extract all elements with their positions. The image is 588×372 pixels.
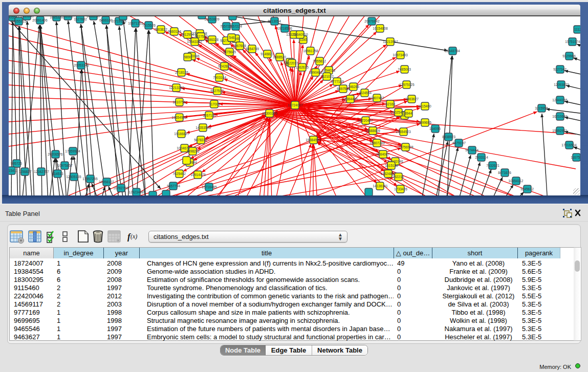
svg-text:114513: 114513 <box>52 172 63 176</box>
svg-text:15751074: 15751074 <box>565 40 580 43</box>
svg-text:20876842: 20876842 <box>364 19 380 23</box>
svg-text:1156827: 1156827 <box>18 170 32 173</box>
svg-text:8944: 8944 <box>405 112 412 115</box>
svg-text:12923448: 12923448 <box>128 190 144 194</box>
svg-text:546: 546 <box>229 36 234 39</box>
svg-text:19384554: 19384554 <box>306 138 321 142</box>
svg-text:1621022: 1621022 <box>320 75 334 78</box>
svg-text:12505135: 12505135 <box>66 175 81 179</box>
svg-text:17016504: 17016504 <box>561 143 577 147</box>
svg-text:10807487: 10807487 <box>369 96 384 100</box>
svg-text:21364436: 21364436 <box>342 97 358 101</box>
svg-text:8454749: 8454749 <box>246 47 259 51</box>
svg-text:3215955: 3215955 <box>535 106 548 110</box>
svg-text:3915411: 3915411 <box>9 169 18 172</box>
svg-text:19756928: 19756928 <box>398 145 413 149</box>
svg-text:7485003: 7485003 <box>398 68 411 71</box>
svg-text:1810755: 1810755 <box>172 100 186 104</box>
svg-text:14353593: 14353593 <box>195 126 211 129</box>
svg-text:2069140: 2069140 <box>20 16 34 18</box>
svg-text:3024554: 3024554 <box>358 91 372 95</box>
svg-text:7955812: 7955812 <box>313 59 326 63</box>
svg-text:19218506: 19218506 <box>277 27 292 30</box>
svg-text:10025433: 10025433 <box>390 111 406 114</box>
svg-text:10973493: 10973493 <box>393 53 408 57</box>
svg-text:16648784: 16648784 <box>445 49 460 53</box>
svg-text:252214: 252214 <box>393 175 404 179</box>
svg-text:317006: 317006 <box>209 102 220 106</box>
svg-text:7625402: 7625402 <box>172 172 186 176</box>
svg-text:9657794: 9657794 <box>167 184 180 188</box>
svg-text:16782759: 16782759 <box>113 186 128 190</box>
svg-text:7663822: 7663822 <box>154 28 167 31</box>
svg-text:16154808: 16154808 <box>373 27 388 30</box>
svg-text:10958107: 10958107 <box>99 180 114 184</box>
svg-text:10853217: 10853217 <box>60 16 75 18</box>
svg-text:116753: 116753 <box>571 156 580 159</box>
svg-text:7632621: 7632621 <box>486 164 499 167</box>
svg-text:9777169: 9777169 <box>331 80 344 83</box>
svg-text:17957255: 17957255 <box>82 177 98 181</box>
svg-text:2967608: 2967608 <box>233 44 246 48</box>
svg-text:12093872: 12093872 <box>554 83 569 86</box>
svg-text:9245612: 9245612 <box>520 187 534 191</box>
svg-text:7903144: 7903144 <box>213 76 226 79</box>
svg-text:18300295: 18300295 <box>262 112 277 115</box>
svg-text:6794028: 6794028 <box>322 69 335 72</box>
svg-text:9146821: 9146821 <box>260 52 274 56</box>
svg-text:9242845: 9242845 <box>218 64 231 68</box>
svg-text:14136141: 14136141 <box>373 184 388 188</box>
svg-text:2933114: 2933114 <box>475 156 488 159</box>
svg-text:9660124: 9660124 <box>168 30 181 33</box>
svg-text:6466160: 6466160 <box>99 18 113 22</box>
svg-text:10654112: 10654112 <box>509 179 524 183</box>
svg-text:18640910: 18640910 <box>293 33 308 36</box>
svg-text:20691406: 20691406 <box>32 18 48 22</box>
svg-text:15716485: 15716485 <box>202 185 217 189</box>
svg-text:3267130: 3267130 <box>203 114 216 117</box>
svg-text:5878312: 5878312 <box>194 138 207 142</box>
svg-text:1527602: 1527602 <box>74 17 87 21</box>
svg-text:10671355: 10671355 <box>128 21 143 25</box>
svg-text:19654923: 19654923 <box>396 130 411 134</box>
svg-text:16053809: 16053809 <box>204 17 220 21</box>
svg-text:8186328: 8186328 <box>205 38 219 41</box>
svg-text:16210643: 16210643 <box>552 115 568 118</box>
svg-text:9227342: 9227342 <box>553 68 567 71</box>
svg-text:(x): (x) <box>130 233 137 240</box>
svg-text:10543362: 10543362 <box>187 40 202 43</box>
svg-text:19166827: 19166827 <box>174 132 189 136</box>
svg-text:15692971: 15692971 <box>552 129 568 133</box>
svg-text:746266: 746266 <box>348 85 359 89</box>
svg-text:1615132: 1615132 <box>385 164 398 167</box>
svg-text:9084067: 9084067 <box>376 152 389 156</box>
svg-text:9329966: 9329966 <box>562 54 576 58</box>
svg-text:8990448: 8990448 <box>309 71 322 74</box>
svg-text:20206576: 20206576 <box>48 152 63 156</box>
svg-text:1362615: 1362615 <box>295 65 309 69</box>
svg-text:164095: 164095 <box>429 127 441 130</box>
svg-text:8813054: 8813054 <box>268 19 281 23</box>
svg-text:995725: 995725 <box>11 162 22 165</box>
svg-text:12342757: 12342757 <box>34 170 49 173</box>
svg-text:17359924: 17359924 <box>65 149 80 153</box>
svg-text:15720407: 15720407 <box>358 119 373 122</box>
svg-text:20053346: 20053346 <box>74 63 89 67</box>
svg-text:10914479: 10914479 <box>190 173 206 177</box>
svg-text:12213363: 12213363 <box>169 86 184 90</box>
svg-text:9427512: 9427512 <box>210 89 224 93</box>
svg-text:62160: 62160 <box>386 102 396 106</box>
svg-text:12444155: 12444155 <box>552 98 568 102</box>
svg-text:2718126: 2718126 <box>175 71 188 74</box>
svg-text:10975857: 10975857 <box>57 164 73 167</box>
svg-text:16961758: 16961758 <box>303 49 318 53</box>
svg-text:1112: 1112 <box>574 28 580 31</box>
svg-text:12213967: 12213967 <box>383 40 398 43</box>
svg-text:18724007: 18724007 <box>288 103 303 107</box>
svg-text:8938923: 8938923 <box>442 135 455 139</box>
svg-text:7515526: 7515526 <box>142 24 156 27</box>
svg-text:9890: 9890 <box>184 55 192 59</box>
svg-text:6466160: 6466160 <box>86 16 100 18</box>
svg-text:9699695: 9699695 <box>418 121 431 124</box>
svg-text:19654982: 19654982 <box>171 116 187 119</box>
